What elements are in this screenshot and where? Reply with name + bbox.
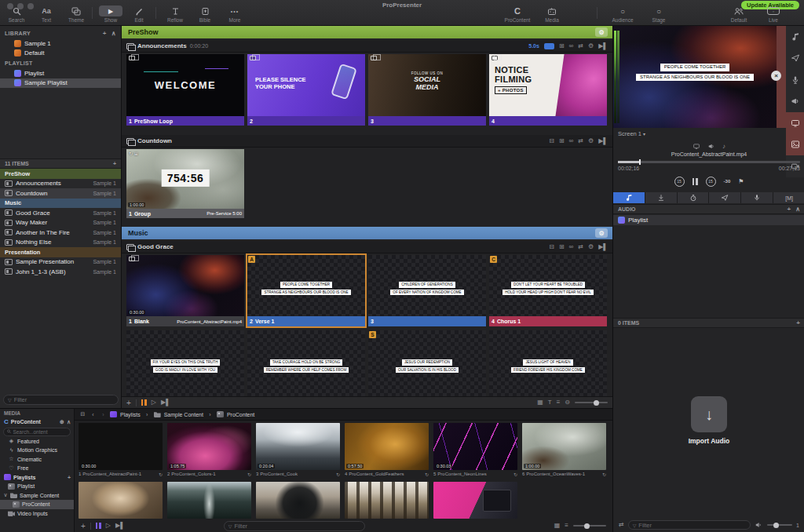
- media-cat-cinematic[interactable]: ☆Cinematic: [0, 455, 74, 465]
- media-item-neonlines[interactable]: 0:30.03 5ProContent_NeonLines↻: [433, 423, 517, 478]
- link-icon[interactable]: ∞: [569, 43, 574, 49]
- screen-selector[interactable]: Screen 1 ▾: [613, 128, 786, 140]
- pause-indicator-icon[interactable]: [96, 523, 101, 529]
- skip-30-button[interactable]: -30: [724, 179, 731, 184]
- reflow-button[interactable]: Reflow: [160, 5, 190, 23]
- tab-messages[interactable]: [709, 192, 740, 203]
- playlist-item-sample-playlist[interactable]: Sample Playlist: [0, 78, 121, 89]
- slide-5[interactable]: FIX YOUR EYES ON THIS ONE TRUTH GOD IS M…: [126, 330, 244, 396]
- output-preview[interactable]: PEOPLE COME TOGETHER STRANGE AS NEIGHBOU…: [613, 26, 777, 128]
- playhead[interactable]: [639, 159, 641, 165]
- slide-silence-phone[interactable]: PLEASE SILENCEYOUR PHONE 2: [247, 54, 365, 126]
- more-button[interactable]: ••• More: [220, 5, 250, 23]
- theme-button[interactable]: Theme: [61, 5, 91, 23]
- collapse-library-icon[interactable]: ∧: [111, 30, 116, 37]
- clear-props-button[interactable]: [786, 69, 804, 91]
- clear-slide-layer-button[interactable]: [786, 112, 804, 134]
- playlist-item-playlist[interactable]: Playlist: [0, 68, 121, 78]
- copy-icon[interactable]: ⊞: [559, 138, 565, 144]
- add-item-button[interactable]: +: [113, 161, 116, 166]
- add-slide-button[interactable]: +: [126, 399, 131, 407]
- slide-blank[interactable]: 0:30.00 1 Blank ProContent_AbstractPaint…: [126, 255, 244, 326]
- advance-time-label[interactable]: 5.0s: [528, 43, 539, 49]
- section-header-presentation[interactable]: Presentation: [0, 247, 121, 257]
- gear-icon[interactable]: ⚙: [588, 138, 594, 144]
- add-library-button[interactable]: +: [103, 30, 107, 37]
- link-icon[interactable]: ∞: [569, 244, 574, 250]
- slide-verse-1[interactable]: A PEOPLE COME TOGETHER STRANGE AS NEIGHB…: [247, 255, 365, 326]
- add-media-playlist-button[interactable]: +: [68, 475, 71, 480]
- media-item-abstractpaint[interactable]: 0:30.00 1ProContent_AbstractPaint-1↻: [79, 423, 163, 478]
- media-playlist-playlist[interactable]: Playlist: [0, 482, 74, 491]
- play-next-icon[interactable]: ▶▌: [161, 399, 170, 406]
- playlist-row-good-grace[interactable]: Good Grace Sample 1: [0, 208, 121, 218]
- stage-button[interactable]: ○ Stage: [644, 5, 674, 23]
- clear-audio-button[interactable]: [786, 26, 804, 48]
- zoom-out-icon[interactable]: ⊖: [565, 399, 570, 406]
- list-view-icon[interactable]: ≡: [565, 523, 568, 529]
- music-settings-button[interactable]: ⚙: [595, 228, 608, 238]
- tab-timers[interactable]: [678, 192, 709, 203]
- add-media-button[interactable]: +: [81, 522, 86, 530]
- audio-playlist-row[interactable]: Playlist: [613, 215, 804, 225]
- timeline-icon[interactable]: ▷: [152, 399, 156, 406]
- marker-icon[interactable]: ⚑: [738, 178, 744, 185]
- timeline-icon[interactable]: ▷: [106, 523, 111, 529]
- collapse-icon[interactable]: ∧: [67, 419, 71, 425]
- media-search[interactable]: [3, 428, 71, 436]
- audio-filter[interactable]: ▽: [628, 520, 751, 530]
- add-audio-playlist-button[interactable]: +: [787, 206, 791, 213]
- list-view-icon[interactable]: ≡: [557, 399, 561, 406]
- tab-audio[interactable]: [613, 192, 645, 203]
- live-button[interactable]: ○ Live: [758, 5, 788, 23]
- media-cat-free[interactable]: ♡Free: [0, 464, 74, 473]
- shuffle-icon[interactable]: ⇄: [619, 522, 624, 528]
- slide-preshow-loop[interactable]: WELCOME 1PreShow Loop: [126, 54, 244, 126]
- library-filter[interactable]: ▽: [3, 395, 119, 405]
- announcements-header[interactable]: Announcements 0:00:20 5.0s ⊞ ∞ ⇄ ⚙ ▶▌: [122, 40, 612, 53]
- link-icon[interactable]: ∞: [569, 138, 574, 144]
- good-grace-header[interactable]: Good Grace ⊟ ⊞ ∞ ⇄ ⚙ ▶▌: [122, 241, 612, 253]
- slide-chorus-1[interactable]: C DON'T LET YOUR HEART BE TROUBLED HOLD …: [489, 255, 607, 326]
- audio-filter-input[interactable]: [638, 522, 746, 529]
- text-view-icon[interactable]: T: [548, 399, 552, 406]
- library-filter-input[interactable]: [14, 396, 114, 403]
- music-section-header[interactable]: Music ⚙: [122, 227, 612, 239]
- slide-notice-filming[interactable]: NOTICEFILMING+ PHOTOS 4: [489, 54, 607, 126]
- playlist-row-nothing-else[interactable]: Nothing Else Sample 1: [0, 238, 121, 248]
- media-item[interactable]: [433, 482, 517, 519]
- breadcrumb-sample-content[interactable]: Sample Content: [164, 412, 203, 417]
- slide-7[interactable]: S JESUS OUR REDEMPTION OUR SALVATION IS …: [368, 330, 486, 396]
- pause-button[interactable]: [693, 178, 698, 185]
- breadcrumb-procontent[interactable]: ProContent: [227, 412, 254, 417]
- pause-indicator-icon[interactable]: [141, 399, 147, 406]
- edit-button[interactable]: Edit: [124, 5, 154, 23]
- playlist-row-another-in-the-fire[interactable]: Another In The Fire Sample 1: [0, 228, 121, 238]
- media-procontent-root[interactable]: C ProContent ⊕∧: [0, 417, 74, 427]
- media-cat-featured[interactable]: ◈Featured: [0, 437, 74, 446]
- media-item-oceanwaves[interactable]: 1:00.00 6ProContent_OceanWaves-1↻: [522, 423, 606, 478]
- gear-icon[interactable]: ⚙: [588, 244, 594, 250]
- globe-icon[interactable]: ⊕: [60, 419, 64, 425]
- slide-social-media[interactable]: FOLLOW US ONSOCIALMEDIA 3: [368, 54, 486, 126]
- slide-3[interactable]: CHILDREN OF GENERATIONS OF EVERY NATION …: [368, 255, 486, 326]
- playlist-row-countdown[interactable]: Countdown Sample 1: [0, 188, 121, 199]
- import-audio-button[interactable]: ↓: [691, 396, 727, 432]
- preshow-section-header[interactable]: PreShow ⚙: [122, 26, 612, 38]
- panel-icon[interactable]: ⊟: [549, 244, 554, 250]
- media-search-input[interactable]: [13, 429, 67, 435]
- thumbnail-size-slider[interactable]: [575, 402, 608, 403]
- sidebar-toggle-icon[interactable]: ⊟: [79, 411, 86, 417]
- clear-messages-button[interactable]: [786, 48, 804, 70]
- playlist-row-sample-presentation[interactable]: Sample Presentation Sample 1: [0, 257, 121, 268]
- playlist-row-john-1-1-3[interactable]: John 1_1-3 (ASB) Sample 1: [0, 267, 121, 277]
- collapse-audio-icon[interactable]: ∧: [795, 206, 800, 213]
- slide-6[interactable]: TAKE COURAGE HOLD ON BE STRONG REMEMBER …: [247, 330, 365, 396]
- breadcrumb-playlists[interactable]: Playlists: [120, 412, 141, 417]
- add-audio-item-button[interactable]: +: [796, 319, 800, 326]
- clear-announcements-button[interactable]: [786, 91, 804, 113]
- media-button[interactable]: Media: [537, 5, 567, 23]
- play-next-icon[interactable]: ▶▌: [598, 138, 608, 144]
- media-filter[interactable]: ▽: [224, 521, 365, 531]
- media-cat-motion-graphics[interactable]: ϟMotion Graphics: [0, 446, 74, 455]
